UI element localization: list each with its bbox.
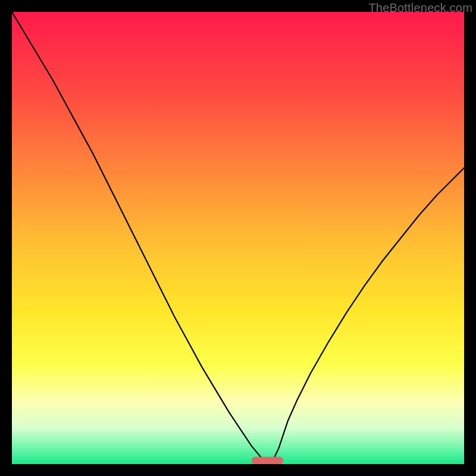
chart-background — [12, 12, 464, 464]
optimum-marker — [252, 457, 283, 464]
bottleneck-chart — [12, 12, 464, 464]
watermark-text: TheBottleneck.com — [368, 1, 472, 15]
chart-frame: TheBottleneck.com — [0, 0, 476, 476]
